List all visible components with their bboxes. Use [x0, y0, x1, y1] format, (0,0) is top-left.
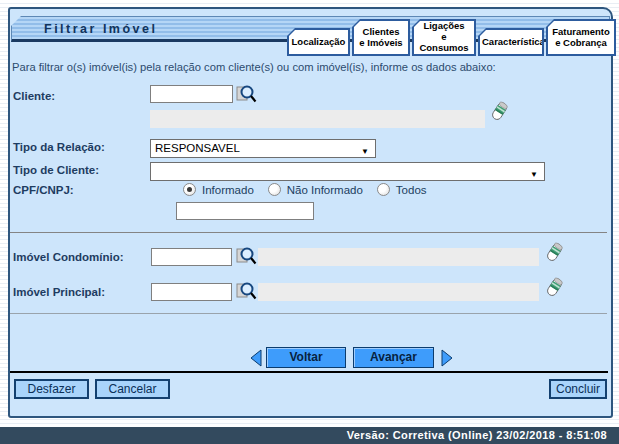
cpf-cnpj-radio-group: Informado Não Informado Todos [175, 183, 427, 196]
desfazer-button[interactable]: Desfazer [14, 379, 89, 399]
tab-faturamento-e-cobranca[interactable]: Faturamento e Cobrança [546, 19, 616, 56]
dropdown-arrow-icon: ▼ [361, 143, 369, 160]
tab-label: Clientes [356, 27, 406, 38]
imovel-condominio-name-field [258, 248, 539, 266]
eraser-icon[interactable] [543, 240, 565, 270]
nav-arrow-right-icon[interactable] [441, 349, 453, 367]
divider [10, 232, 607, 233]
imovel-condominio-code-input[interactable] [151, 248, 232, 266]
instruction-text: Para filtrar o(s) imóvel(is) pela relaçã… [12, 61, 496, 73]
tipo-relacao-select[interactable]: RESPONSAVEL ▼ [150, 139, 376, 158]
tipo-cliente-label: Tipo de Cliente: [13, 164, 99, 176]
cancelar-button[interactable]: Cancelar [95, 379, 170, 399]
titlebar-corner [11, 16, 21, 26]
eraser-icon[interactable] [543, 275, 565, 305]
concluir-button[interactable]: Concluir [549, 379, 607, 399]
cliente-name-field [150, 110, 485, 128]
radio-informado-label: Informado [202, 184, 254, 196]
imovel-principal-name-field [258, 283, 539, 301]
dropdown-arrow-icon: ▼ [530, 166, 538, 183]
page: Filtrar Imóvel Localização Clientes e Im… [0, 0, 619, 444]
separator-line [10, 371, 608, 373]
tab-label: e Cobrança [550, 38, 612, 49]
tipo-cliente-select[interactable]: ▼ [150, 162, 545, 181]
voltar-button[interactable]: Voltar [266, 347, 346, 368]
version-footer: Versão: Corretiva (Online) 23/02/2018 - … [0, 427, 619, 444]
radio-todos[interactable] [377, 183, 390, 196]
search-icon[interactable] [236, 246, 257, 270]
tab-label: e Imóveis [356, 38, 406, 49]
tab-label: e Consumos [416, 32, 472, 54]
page-title: Filtrar Imóvel [44, 22, 158, 36]
cpf-cnpj-label: CPF/CNPJ: [13, 184, 74, 196]
tab-caracteristica[interactable]: Característica [478, 28, 544, 56]
search-icon[interactable] [236, 84, 257, 108]
cliente-label: Cliente: [13, 90, 55, 102]
imovel-principal-label: Imóvel Principal: [13, 286, 105, 298]
radio-informado[interactable] [183, 183, 196, 196]
tab-localizacao[interactable]: Localização [287, 28, 350, 56]
divider [10, 313, 607, 314]
tab-strip: Localização Clientes e Imóveis Ligações … [287, 13, 616, 56]
cliente-code-input[interactable] [150, 85, 233, 103]
eraser-icon[interactable] [488, 99, 510, 129]
tipo-relacao-label: Tipo da Relação: [13, 141, 105, 153]
imovel-condominio-label: Imóvel Condomínio: [13, 251, 124, 263]
radio-nao-informado[interactable] [268, 183, 281, 196]
radio-nao-informado-label: Não Informado [287, 184, 363, 196]
radio-todos-label: Todos [396, 184, 427, 196]
search-icon[interactable] [236, 281, 257, 305]
tab-ligacoes-e-consumos[interactable]: Ligações e Consumos [412, 19, 476, 56]
tab-label: Faturamento [550, 27, 612, 38]
nav-arrow-left-icon[interactable] [250, 349, 262, 367]
tab-label: Característica [482, 37, 540, 48]
imovel-principal-code-input[interactable] [151, 283, 232, 301]
avancar-button[interactable]: Avançar [353, 347, 434, 368]
tipo-relacao-value: RESPONSAVEL [155, 142, 240, 154]
tab-label: Localização [291, 37, 346, 48]
tab-clientes-e-imoveis[interactable]: Clientes e Imóveis [352, 19, 410, 56]
cpf-cnpj-input[interactable] [176, 202, 314, 220]
